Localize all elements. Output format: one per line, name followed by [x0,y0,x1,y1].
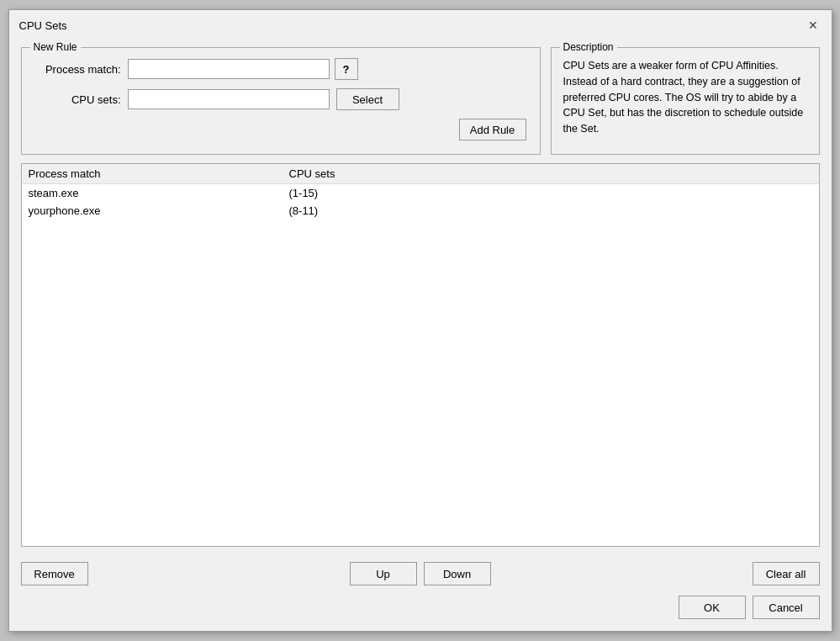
row-cpusets: (8-11) [289,204,812,217]
add-rule-row: Add Rule [35,119,526,140]
clear-all-button[interactable]: Clear all [753,562,820,585]
description-text: CPU Sets are a weaker form of CPU Affini… [563,58,807,137]
cpu-sets-input[interactable] [128,89,330,109]
add-rule-button[interactable]: Add Rule [459,119,526,140]
description-label: Description [560,41,617,53]
up-button[interactable]: Up [350,562,417,585]
process-match-label: Process match: [35,63,128,76]
top-section: New Rule Process match: ? CPU sets: Sele… [21,47,820,155]
title-bar: CPU Sets ✕ [9,10,832,39]
table-row[interactable]: steam.exe (1-15) [22,184,819,202]
table-row[interactable]: yourphone.exe (8-11) [22,202,819,220]
cpu-sets-label: CPU sets: [35,93,128,106]
table-header: Process match CPU sets [22,164,819,184]
process-match-row: Process match: ? [35,58,526,80]
bottom-buttons: Remove Up Down Clear all [9,555,832,596]
cpu-sets-row: CPU sets: Select [35,88,526,110]
col-header-process: Process match [29,167,289,180]
dialog-content: New Rule Process match: ? CPU sets: Sele… [9,39,832,555]
cancel-button[interactable]: Cancel [753,596,820,619]
row-process: yourphone.exe [29,204,289,217]
new-rule-label: New Rule [30,41,81,53]
footer-buttons: OK Cancel [9,596,832,631]
process-match-input[interactable] [128,59,330,79]
dialog-title: CPU Sets [19,19,67,32]
row-process: steam.exe [29,187,289,199]
cpu-sets-dialog: CPU Sets ✕ New Rule Process match: ? CPU… [8,9,832,632]
close-button[interactable]: ✕ [805,17,822,34]
help-button[interactable]: ? [335,58,358,80]
new-rule-section: New Rule Process match: ? CPU sets: Sele… [21,47,541,155]
description-section: Description CPU Sets are a weaker form o… [551,47,820,155]
remove-button[interactable]: Remove [21,562,88,585]
select-button[interactable]: Select [336,88,399,110]
rules-table: Process match CPU sets steam.exe (1-15) … [21,163,820,547]
col-header-cpusets: CPU sets [289,167,812,180]
down-button[interactable]: Down [424,562,491,585]
row-cpusets: (1-15) [289,187,812,199]
question-icon: ? [343,63,350,76]
ok-button[interactable]: OK [679,596,746,619]
